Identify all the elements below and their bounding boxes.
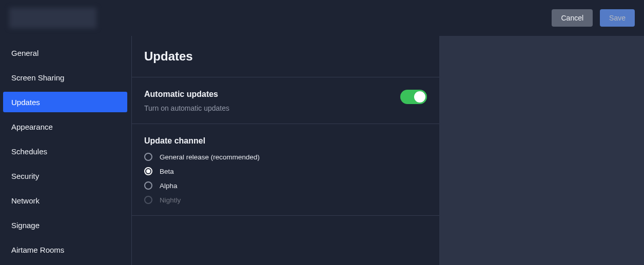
radio-icon bbox=[144, 167, 152, 175]
page-title-wrap: Updates bbox=[132, 36, 439, 77]
main-panel: Updates Automatic updates Turn on automa… bbox=[131, 36, 439, 265]
section-automatic-updates: Automatic updates Turn on automatic upda… bbox=[132, 77, 439, 124]
channel-option-alpha[interactable]: Alpha bbox=[144, 181, 427, 190]
section-text: Automatic updates Turn on automatic upda… bbox=[144, 90, 229, 112]
radio-icon bbox=[144, 196, 152, 204]
radio-dot-icon bbox=[146, 169, 150, 173]
sidebar-item-signage[interactable]: Signage bbox=[3, 215, 127, 235]
sidebar-item-screen-sharing[interactable]: Screen Sharing bbox=[3, 67, 127, 88]
radio-label: Nightly bbox=[160, 196, 181, 204]
radio-label: General release (recommended) bbox=[160, 153, 260, 161]
auto-updates-toggle[interactable] bbox=[400, 90, 427, 104]
section-update-channel: Update channel General release (recommen… bbox=[132, 124, 439, 216]
auto-updates-description: Turn on automatic updates bbox=[144, 104, 229, 112]
sidebar-item-airtame-rooms[interactable]: Airtame Rooms bbox=[3, 239, 127, 260]
update-channel-options: General release (recommended) Beta Alpha bbox=[144, 153, 427, 204]
sidebar-item-updates[interactable]: Updates bbox=[3, 92, 127, 112]
save-button[interactable]: Save bbox=[600, 9, 635, 27]
radio-icon bbox=[144, 153, 152, 161]
sidebar-item-label: Signage bbox=[11, 221, 40, 230]
header-bar: Cancel Save bbox=[0, 0, 644, 36]
body-layout: General Screen Sharing Updates Appearanc… bbox=[0, 36, 644, 265]
sidebar-item-label: Airtame Rooms bbox=[11, 246, 64, 254]
radio-icon bbox=[144, 181, 152, 190]
sidebar-item-security[interactable]: Security bbox=[3, 166, 127, 186]
right-empty-panel bbox=[439, 36, 644, 265]
sidebar-item-network[interactable]: Network bbox=[3, 190, 127, 211]
sidebar-item-label: Network bbox=[11, 196, 40, 205]
header-actions: Cancel Save bbox=[552, 9, 635, 27]
sidebar: General Screen Sharing Updates Appearanc… bbox=[0, 36, 131, 265]
update-channel-title: Update channel bbox=[144, 136, 427, 146]
sidebar-item-label: General bbox=[11, 49, 38, 57]
sidebar-item-general[interactable]: General bbox=[3, 43, 127, 63]
channel-option-beta[interactable]: Beta bbox=[144, 167, 427, 175]
channel-option-general-release[interactable]: General release (recommended) bbox=[144, 153, 427, 161]
sidebar-item-label: Security bbox=[11, 172, 39, 180]
sidebar-item-label: Screen Sharing bbox=[11, 73, 64, 82]
sidebar-item-label: Schedules bbox=[11, 147, 47, 156]
device-title-blurred bbox=[9, 8, 96, 28]
channel-option-nightly: Nightly bbox=[144, 196, 427, 204]
page-title: Updates bbox=[144, 49, 427, 64]
auto-updates-title: Automatic updates bbox=[144, 90, 229, 99]
radio-label: Alpha bbox=[160, 182, 178, 190]
toggle-knob bbox=[414, 91, 425, 103]
sidebar-item-label: Appearance bbox=[11, 123, 53, 131]
sidebar-item-schedules[interactable]: Schedules bbox=[3, 141, 127, 161]
sidebar-item-appearance[interactable]: Appearance bbox=[3, 116, 127, 137]
sections-container: Automatic updates Turn on automatic upda… bbox=[132, 77, 439, 216]
radio-label: Beta bbox=[160, 168, 174, 175]
sidebar-item-label: Updates bbox=[11, 98, 40, 107]
cancel-button[interactable]: Cancel bbox=[552, 9, 593, 27]
